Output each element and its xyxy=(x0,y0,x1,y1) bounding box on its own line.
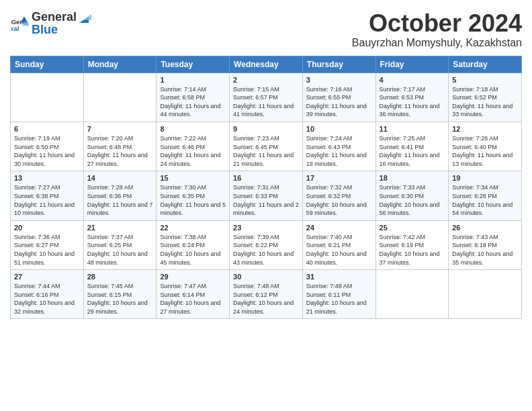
day-number: 14 xyxy=(87,174,153,182)
day-number: 1 xyxy=(160,76,226,84)
day-cell: 4Sunrise: 7:17 AMSunset: 6:53 PMDaylight… xyxy=(375,73,449,122)
week-row-1: 6Sunrise: 7:19 AMSunset: 6:50 PMDaylight… xyxy=(11,122,522,171)
day-detail: Sunrise: 7:17 AMSunset: 6:53 PMDaylight:… xyxy=(380,85,445,119)
day-cell xyxy=(449,270,522,319)
logo-icon: Gene ral xyxy=(10,14,29,33)
page-header: Gene ral General Blue October 2024 Bauyr… xyxy=(10,10,522,49)
day-cell: 12Sunrise: 7:26 AMSunset: 6:40 PMDayligh… xyxy=(449,122,522,171)
day-number: 3 xyxy=(306,76,372,84)
day-cell: 17Sunrise: 7:32 AMSunset: 6:32 PMDayligh… xyxy=(302,171,375,220)
day-cell: 31Sunrise: 7:49 AMSunset: 6:11 PMDayligh… xyxy=(302,270,375,319)
day-cell: 15Sunrise: 7:30 AMSunset: 6:35 PMDayligh… xyxy=(157,171,230,220)
day-detail: Sunrise: 7:14 AMSunset: 6:58 PMDaylight:… xyxy=(160,85,226,119)
day-cell xyxy=(83,73,157,122)
day-number: 15 xyxy=(160,174,226,182)
location-title: Bauyrzhan Momyshuly, Kazakhstan xyxy=(352,37,522,49)
day-cell: 16Sunrise: 7:31 AMSunset: 6:33 PMDayligh… xyxy=(230,171,303,220)
day-cell: 29Sunrise: 7:47 AMSunset: 6:14 PMDayligh… xyxy=(157,270,230,319)
logo-text: General Blue xyxy=(32,10,91,37)
day-cell: 23Sunrise: 7:39 AMSunset: 6:22 PMDayligh… xyxy=(230,220,303,269)
day-cell: 21Sunrise: 7:37 AMSunset: 6:25 PMDayligh… xyxy=(83,220,157,269)
day-cell: 24Sunrise: 7:40 AMSunset: 6:21 PMDayligh… xyxy=(302,220,375,269)
day-detail: Sunrise: 7:37 AMSunset: 6:25 PMDaylight:… xyxy=(87,233,153,267)
day-number: 21 xyxy=(87,224,153,232)
day-detail: Sunrise: 7:16 AMSunset: 6:55 PMDaylight:… xyxy=(306,85,372,119)
week-row-0: 1Sunrise: 7:14 AMSunset: 6:58 PMDaylight… xyxy=(11,73,522,122)
day-detail: Sunrise: 7:39 AMSunset: 6:22 PMDaylight:… xyxy=(233,233,299,267)
day-number: 31 xyxy=(306,273,372,281)
day-detail: Sunrise: 7:49 AMSunset: 6:11 PMDaylight:… xyxy=(306,282,372,316)
day-number: 18 xyxy=(380,174,445,182)
day-detail: Sunrise: 7:43 AMSunset: 6:18 PMDaylight:… xyxy=(452,233,518,267)
day-cell: 3Sunrise: 7:16 AMSunset: 6:55 PMDaylight… xyxy=(302,73,375,122)
day-detail: Sunrise: 7:23 AMSunset: 6:45 PMDaylight:… xyxy=(233,134,299,168)
day-number: 30 xyxy=(233,273,299,281)
week-row-2: 13Sunrise: 7:27 AMSunset: 6:38 PMDayligh… xyxy=(11,171,522,220)
day-cell: 1Sunrise: 7:14 AMSunset: 6:58 PMDaylight… xyxy=(157,73,230,122)
day-number: 26 xyxy=(452,224,518,232)
logo: Gene ral General Blue xyxy=(10,10,91,37)
day-number: 5 xyxy=(452,76,518,84)
week-row-4: 27Sunrise: 7:44 AMSunset: 6:16 PMDayligh… xyxy=(11,270,522,319)
day-number: 6 xyxy=(14,125,80,133)
day-cell: 18Sunrise: 7:33 AMSunset: 6:30 PMDayligh… xyxy=(375,171,449,220)
day-cell: 10Sunrise: 7:24 AMSunset: 6:43 PMDayligh… xyxy=(302,122,375,171)
day-detail: Sunrise: 7:40 AMSunset: 6:21 PMDaylight:… xyxy=(306,233,372,267)
day-number: 28 xyxy=(87,273,153,281)
day-number: 11 xyxy=(380,125,445,133)
month-title: October 2024 xyxy=(352,10,522,37)
logo-triangle-icon xyxy=(77,11,91,26)
day-number: 29 xyxy=(160,273,226,281)
day-detail: Sunrise: 7:38 AMSunset: 6:24 PMDaylight:… xyxy=(160,233,226,267)
day-detail: Sunrise: 7:19 AMSunset: 6:50 PMDaylight:… xyxy=(14,134,80,168)
day-cell: 14Sunrise: 7:28 AMSunset: 6:36 PMDayligh… xyxy=(83,171,157,220)
day-detail: Sunrise: 7:33 AMSunset: 6:30 PMDaylight:… xyxy=(380,183,445,217)
day-number: 2 xyxy=(233,76,299,84)
header-row: SundayMondayTuesdayWednesdayThursdayFrid… xyxy=(11,56,522,73)
header-saturday: Saturday xyxy=(449,56,522,73)
day-number: 20 xyxy=(14,224,80,232)
day-cell: 26Sunrise: 7:43 AMSunset: 6:18 PMDayligh… xyxy=(449,220,522,269)
title-block: October 2024 Bauyrzhan Momyshuly, Kazakh… xyxy=(352,10,522,49)
calendar-table: SundayMondayTuesdayWednesdayThursdayFrid… xyxy=(10,56,522,320)
day-number: 13 xyxy=(14,174,80,182)
day-detail: Sunrise: 7:30 AMSunset: 6:35 PMDaylight:… xyxy=(160,183,226,217)
day-cell: 5Sunrise: 7:18 AMSunset: 6:52 PMDaylight… xyxy=(449,73,522,122)
day-number: 9 xyxy=(233,125,299,133)
day-number: 24 xyxy=(306,224,372,232)
day-cell: 19Sunrise: 7:34 AMSunset: 6:28 PMDayligh… xyxy=(449,171,522,220)
svg-text:ral: ral xyxy=(11,25,19,32)
day-cell: 11Sunrise: 7:25 AMSunset: 6:41 PMDayligh… xyxy=(375,122,449,171)
day-detail: Sunrise: 7:25 AMSunset: 6:41 PMDaylight:… xyxy=(380,134,445,168)
day-cell: 7Sunrise: 7:20 AMSunset: 6:48 PMDaylight… xyxy=(83,122,157,171)
day-cell: 25Sunrise: 7:42 AMSunset: 6:19 PMDayligh… xyxy=(375,220,449,269)
day-cell: 30Sunrise: 7:48 AMSunset: 6:12 PMDayligh… xyxy=(230,270,303,319)
day-cell: 22Sunrise: 7:38 AMSunset: 6:24 PMDayligh… xyxy=(157,220,230,269)
day-detail: Sunrise: 7:34 AMSunset: 6:28 PMDaylight:… xyxy=(452,183,518,217)
day-number: 23 xyxy=(233,224,299,232)
day-cell: 20Sunrise: 7:36 AMSunset: 6:27 PMDayligh… xyxy=(11,220,84,269)
day-detail: Sunrise: 7:42 AMSunset: 6:19 PMDaylight:… xyxy=(380,233,445,267)
day-cell: 6Sunrise: 7:19 AMSunset: 6:50 PMDaylight… xyxy=(11,122,84,171)
day-detail: Sunrise: 7:22 AMSunset: 6:46 PMDaylight:… xyxy=(160,134,226,168)
header-sunday: Sunday xyxy=(11,56,84,73)
day-detail: Sunrise: 7:47 AMSunset: 6:14 PMDaylight:… xyxy=(160,282,226,316)
header-friday: Friday xyxy=(375,56,449,73)
day-detail: Sunrise: 7:26 AMSunset: 6:40 PMDaylight:… xyxy=(452,134,518,168)
day-detail: Sunrise: 7:48 AMSunset: 6:12 PMDaylight:… xyxy=(233,282,299,316)
day-number: 8 xyxy=(160,125,226,133)
day-detail: Sunrise: 7:24 AMSunset: 6:43 PMDaylight:… xyxy=(306,134,372,168)
day-number: 19 xyxy=(452,174,518,182)
day-detail: Sunrise: 7:44 AMSunset: 6:16 PMDaylight:… xyxy=(14,282,80,316)
day-cell: 8Sunrise: 7:22 AMSunset: 6:46 PMDaylight… xyxy=(157,122,230,171)
svg-marker-5 xyxy=(83,14,91,20)
day-detail: Sunrise: 7:36 AMSunset: 6:27 PMDaylight:… xyxy=(14,233,80,267)
day-number: 27 xyxy=(14,273,80,281)
day-detail: Sunrise: 7:31 AMSunset: 6:33 PMDaylight:… xyxy=(233,183,299,217)
day-detail: Sunrise: 7:18 AMSunset: 6:52 PMDaylight:… xyxy=(452,85,518,119)
day-detail: Sunrise: 7:15 AMSunset: 6:57 PMDaylight:… xyxy=(233,85,299,119)
day-detail: Sunrise: 7:45 AMSunset: 6:15 PMDaylight:… xyxy=(87,282,153,316)
header-tuesday: Tuesday xyxy=(157,56,230,73)
day-cell xyxy=(11,73,84,122)
day-detail: Sunrise: 7:27 AMSunset: 6:38 PMDaylight:… xyxy=(14,183,80,217)
